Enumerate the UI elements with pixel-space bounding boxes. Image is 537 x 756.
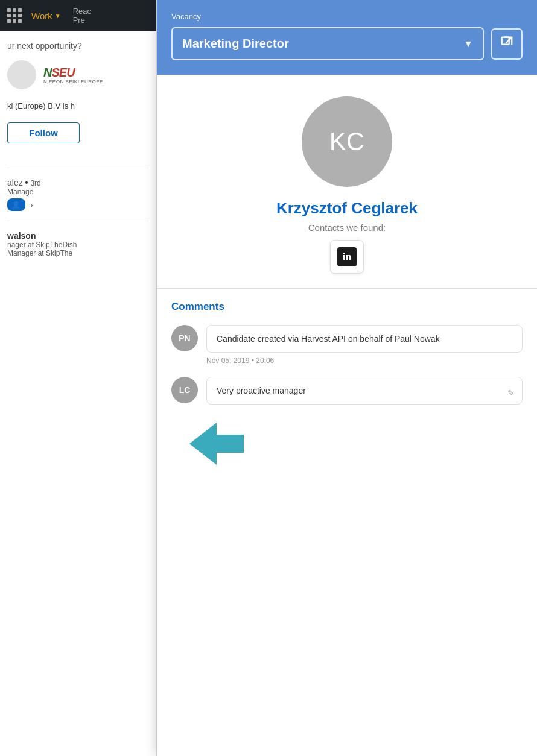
person-title-2b: Manager at SkipThe xyxy=(7,249,149,257)
comment-avatar-2: LC xyxy=(171,377,198,403)
edit-icon[interactable]: ✎ xyxy=(507,388,515,398)
comment-bubble-2: Very proactive manager ✎ xyxy=(206,377,523,405)
company-full-name: NIPPON SEIKI EUROPE xyxy=(43,79,103,84)
person-title-1: Manage xyxy=(7,187,149,196)
external-link-icon xyxy=(500,36,513,52)
linkedin-button[interactable]: in xyxy=(330,240,364,274)
divider-2 xyxy=(7,221,149,221)
vacancy-row: Marketing Director ▼ xyxy=(171,27,523,60)
company-description: ki (Europe) B.V is h xyxy=(7,101,149,110)
comment-item-1: PN Candidate created via Harvest API on … xyxy=(171,325,523,365)
left-panel: Work Reac Pre ur next opportunity? NSEU … xyxy=(0,0,157,756)
comment-text-2: Very proactive manager xyxy=(217,386,306,395)
person-icon: 👤 xyxy=(12,201,21,209)
person-item-2: walson nager at SkipTheDish Manager at S… xyxy=(7,231,149,257)
comment-bubble-1: Candidate created via Harvest API on beh… xyxy=(206,325,523,353)
chevron-down-icon: ▼ xyxy=(463,39,473,49)
comment-item-2: LC Very proactive manager ✎ xyxy=(171,377,523,405)
comment-content-2: Very proactive manager ✎ xyxy=(206,377,523,405)
right-panel: Vacancy Marketing Director ▼ KC Krzys xyxy=(157,0,537,756)
nav-text: Reac Pre xyxy=(73,7,91,25)
company-logo-area: NSEU NIPPON SEIKI EUROPE xyxy=(7,60,149,89)
follow-button[interactable]: Follow xyxy=(7,122,80,143)
person-row-1: 👤 › xyxy=(7,198,149,211)
company-logo: NSEU NIPPON SEIKI EUROPE xyxy=(43,66,103,84)
company-icon xyxy=(7,60,36,89)
blue-arrow-icon xyxy=(189,423,244,465)
apps-icon[interactable] xyxy=(7,8,22,23)
top-navigation: Work Reac Pre xyxy=(0,0,156,31)
external-link-button[interactable] xyxy=(491,28,523,60)
candidate-name: Krzysztof Ceglarek xyxy=(276,199,418,218)
arrow-right-icon: › xyxy=(30,200,33,210)
arrow-indicator-area xyxy=(171,423,523,465)
person-name-2: walson xyxy=(7,231,149,241)
comment-content-1: Candidate created via Harvest API on beh… xyxy=(206,325,523,365)
left-content: ur next opportunity? NSEU NIPPON SEIKI E… xyxy=(0,31,156,277)
panel-header: Vacancy Marketing Director ▼ xyxy=(157,0,537,75)
person-title-2a: nager at SkipTheDish xyxy=(7,241,149,249)
comments-title: Comments xyxy=(171,301,523,313)
person-badge-1[interactable]: 👤 xyxy=(7,198,25,211)
person-name-1: alez • 3rd xyxy=(7,178,149,187)
comments-section: Comments PN Candidate created via Harves… xyxy=(157,289,537,756)
opportunity-text: ur next opportunity? xyxy=(7,41,149,51)
vacancy-label: Vacancy xyxy=(171,12,523,21)
candidate-avatar: KC xyxy=(302,96,392,187)
person-item-1: alez • 3rd Manage 👤 › xyxy=(7,178,149,211)
linkedin-icon: in xyxy=(337,247,357,266)
comment-text-1: Candidate created via Harvest API on beh… xyxy=(217,334,440,344)
avatar-initials: KC xyxy=(329,127,364,156)
svg-marker-2 xyxy=(189,423,244,465)
vacancy-value: Marketing Director xyxy=(182,37,289,51)
contacts-label: Contacts we found: xyxy=(308,222,386,233)
divider xyxy=(7,168,149,168)
comment-timestamp-1: Nov 05, 2019 • 20:06 xyxy=(206,356,523,365)
work-menu[interactable]: Work xyxy=(31,11,61,21)
comment-avatar-1: PN xyxy=(171,325,198,351)
profile-section: KC Krzysztof Ceglarek Contacts we found:… xyxy=(157,75,537,289)
vacancy-dropdown[interactable]: Marketing Director ▼ xyxy=(171,27,484,60)
company-abbreviation: NSEU xyxy=(43,66,75,79)
